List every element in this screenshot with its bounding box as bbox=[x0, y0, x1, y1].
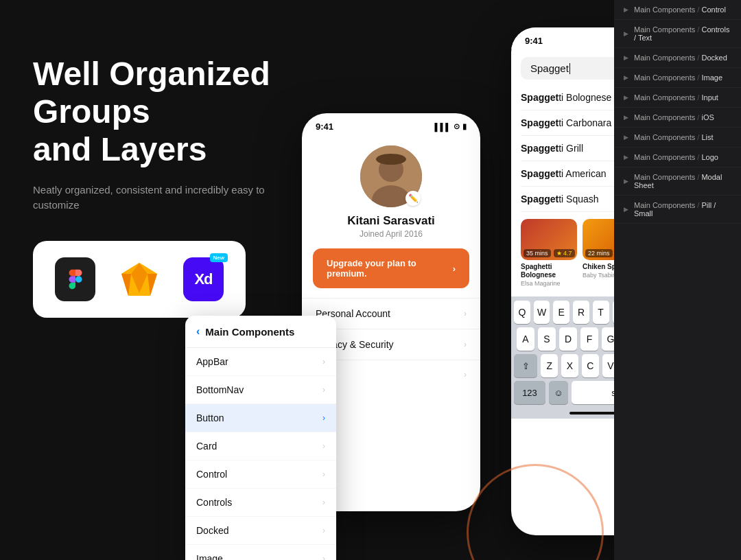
panel-item-2[interactable]: ▶ Main Components / Docked bbox=[614, 48, 741, 68]
key-s[interactable]: S bbox=[538, 327, 556, 351]
signal-icons: ▌▌▌ ⊙ ▮ bbox=[435, 122, 467, 131]
chevron-bottomnav: › bbox=[322, 385, 325, 395]
chevron-image: › bbox=[322, 554, 325, 560]
right-panel: ▶ Main Components / Control ▶ Main Compo… bbox=[614, 0, 741, 560]
left-section: Well Organized Groups and Layers Neatly … bbox=[33, 55, 294, 318]
key-x[interactable]: X bbox=[561, 354, 578, 377]
profile-date: Joined April 2016 bbox=[360, 229, 423, 239]
mc-item-control[interactable]: Control › bbox=[185, 460, 336, 489]
panel-item-9[interactable]: ▶ Main Components / Pill / Small bbox=[614, 196, 741, 224]
avatar-edit-btn[interactable]: ✏️ bbox=[405, 191, 421, 206]
time-1: 9:41 bbox=[316, 121, 333, 132]
time-2: 9:41 bbox=[525, 36, 543, 46]
profile-name: Kitani Sarasvati bbox=[347, 214, 435, 228]
chevron-button: › bbox=[322, 413, 325, 423]
mc-item-docked[interactable]: Docked › bbox=[185, 517, 336, 545]
food-image-1: 35 mins ★ 4.7 bbox=[521, 219, 577, 260]
chevron-right-icon-2: › bbox=[464, 340, 467, 349]
key-w[interactable]: W bbox=[534, 301, 550, 324]
upgrade-button[interactable]: Upgrade your plan to premium. › bbox=[313, 248, 469, 288]
key-t[interactable]: T bbox=[593, 301, 609, 324]
mc-item-card[interactable]: Card › bbox=[185, 432, 336, 460]
panel-item-1[interactable]: ▶ Main Components / Controls / Text bbox=[614, 20, 741, 48]
food-overlay-1: 35 mins ★ 4.7 bbox=[524, 249, 575, 257]
subtitle: Neatly organized, consistent and incredi… bbox=[33, 183, 294, 213]
status-bar-1: 9:41 ▌▌▌ ⊙ ▮ bbox=[302, 113, 480, 135]
panel-item-5[interactable]: ▶ Main Components / iOS bbox=[614, 108, 741, 128]
key-r[interactable]: R bbox=[573, 301, 589, 324]
food-card-1[interactable]: 35 mins ★ 4.7 Spaghetti Bolognese Elsa M… bbox=[521, 219, 577, 287]
main-components-panel: ‹ Main Components AppBar › BottomNav › B… bbox=[185, 316, 336, 560]
mc-title: Main Components bbox=[205, 326, 294, 338]
chevron-right-icon-3: › bbox=[464, 370, 467, 380]
svg-point-9 bbox=[376, 154, 406, 165]
main-title: Well Organized Groups and Layers bbox=[33, 55, 294, 169]
chevron-right-icon: › bbox=[464, 309, 467, 318]
mc-item-button[interactable]: Button › bbox=[185, 404, 336, 432]
key-d[interactable]: D bbox=[559, 327, 577, 351]
avatar-wrapper: ✏️ bbox=[360, 145, 422, 207]
key-shift[interactable]: ⇧ bbox=[514, 354, 537, 377]
chevron-card: › bbox=[322, 441, 325, 451]
chevron-control: › bbox=[322, 469, 325, 479]
key-e[interactable]: E bbox=[553, 301, 569, 324]
mc-item-image[interactable]: Image › bbox=[185, 545, 336, 560]
profile-avatar-area: ✏️ Kitani Sarasvati Joined April 2016 bbox=[302, 135, 480, 239]
key-z[interactable]: Z bbox=[541, 354, 558, 377]
panel-item-7[interactable]: ▶ Main Components / Logo bbox=[614, 148, 741, 167]
panel-item-8[interactable]: ▶ Main Components / Modal Sheet bbox=[614, 167, 741, 196]
panel-item-4[interactable]: ▶ Main Components / Input bbox=[614, 88, 741, 108]
key-q[interactable]: Q bbox=[514, 301, 530, 324]
panel-item-3[interactable]: ▶ Main Components / Image bbox=[614, 68, 741, 88]
mc-item-controls[interactable]: Controls › bbox=[185, 489, 336, 517]
xd-badge: New bbox=[210, 253, 228, 262]
panel-item-6[interactable]: ▶ Main Components / List bbox=[614, 128, 741, 148]
back-button[interactable]: ‹ bbox=[196, 325, 200, 338]
key-c[interactable]: C bbox=[582, 354, 599, 377]
key-emoji[interactable]: ☺ bbox=[549, 381, 568, 404]
cursor bbox=[569, 63, 570, 74]
upgrade-chevron: › bbox=[453, 264, 456, 274]
mc-item-appbar[interactable]: AppBar › bbox=[185, 348, 336, 376]
mc-item-bottomnav[interactable]: BottomNav › bbox=[185, 376, 336, 404]
mc-header: ‹ Main Components bbox=[185, 316, 336, 348]
chevron-docked: › bbox=[322, 526, 325, 535]
key-a[interactable]: A bbox=[517, 327, 534, 351]
key-123[interactable]: 123 bbox=[514, 381, 545, 404]
chevron-appbar: › bbox=[322, 357, 325, 366]
xd-logo: Xd New bbox=[183, 257, 224, 301]
panel-item-0[interactable]: ▶ Main Components / Control bbox=[614, 0, 741, 20]
figma-logo bbox=[55, 257, 95, 301]
key-f[interactable]: F bbox=[580, 327, 598, 351]
sketch-logo bbox=[117, 257, 161, 301]
tools-card: Xd New bbox=[33, 241, 246, 318]
chevron-controls: › bbox=[322, 498, 325, 507]
